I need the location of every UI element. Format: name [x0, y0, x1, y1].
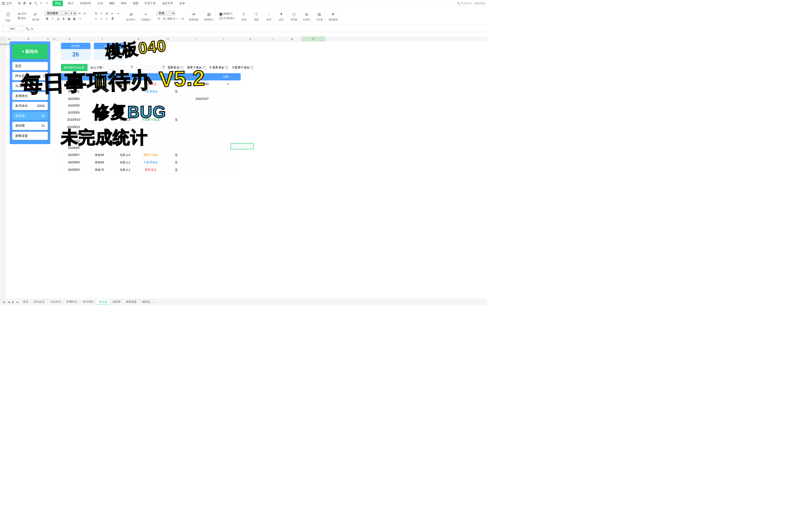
table-row[interactable]: 2023/5/10事项40负责人4不重要不紧急无 [61, 116, 241, 123]
sidebar-item[interactable]: 待办总表1 [12, 72, 48, 80]
preview-icon[interactable]: 🔍 [34, 1, 38, 5]
cell-reference-input[interactable] [2, 26, 23, 31]
col-header[interactable]: F [82, 36, 123, 41]
menu-tab[interactable]: 开发工具 [143, 1, 157, 6]
cond-format-icon[interactable]: ▤ [205, 11, 212, 18]
strike-icon[interactable]: S̶ [61, 16, 66, 21]
rowcol-icon[interactable]: ⊞ [303, 11, 310, 18]
filter-checkbox[interactable]: 重要紧急 [168, 66, 183, 69]
align-bottom-icon[interactable]: ⬇ [104, 11, 109, 16]
sheet-tab[interactable]: 首页 [20, 299, 31, 305]
filter-checkbox[interactable]: 不重要不紧急 [232, 66, 253, 69]
col-header[interactable]: I [182, 36, 209, 41]
decrease-font-icon[interactable]: A⁻ [83, 11, 88, 16]
sheet-tab[interactable]: 本周待办 [64, 299, 80, 305]
table-row[interactable]: 2023/6/7事项68负责人6重要不紧急无 [61, 152, 241, 159]
align-top-icon[interactable]: ⬆ [93, 11, 98, 16]
redo-icon[interactable]: ↷ [45, 1, 49, 5]
dec-dec-icon[interactable]: ←.0 [178, 16, 183, 21]
tab-nav-last-icon[interactable]: ⏭ [16, 300, 20, 303]
merge-icon[interactable]: ⊞ [128, 11, 134, 18]
print-icon[interactable]: 🖶 [28, 1, 32, 5]
italic-icon[interactable]: I [50, 16, 55, 21]
comma-icon[interactable]: 000 [167, 16, 172, 21]
menu-tab[interactable]: 视图 [131, 1, 140, 6]
sidebar-item[interactable]: 本月待办23/31 [12, 102, 48, 110]
cell-style-icon[interactable]: ▢ [219, 16, 222, 20]
type-convert-icon[interactable]: ⇄ [190, 11, 197, 18]
tab-nav-first-icon[interactable]: ⏮ [2, 300, 7, 303]
col-header[interactable]: B [13, 36, 44, 41]
format-painter-icon[interactable]: 🖌 [32, 11, 39, 18]
col-header[interactable]: C [44, 36, 51, 41]
table-row[interactable]: 2023/5/1不重要紧急无 [61, 88, 241, 95]
align-center-icon[interactable]: ≡ [99, 16, 104, 21]
sidebar-item[interactable]: 首页 [12, 62, 48, 70]
col-header[interactable]: G [123, 36, 154, 41]
sync-button[interactable]: 同步至待办总表 [61, 64, 88, 71]
sheet-tab[interactable]: 参数设置 [123, 299, 140, 305]
table-row[interactable]: 2023/5/8 [61, 102, 241, 109]
table-row[interactable]: 2023/6/9事项70负责人1重要紧急无 [61, 167, 241, 174]
sheet-tab[interactable]: 本月待办 [80, 299, 96, 305]
filter-checkbox[interactable]: 不重要紧急 [209, 66, 228, 69]
col-header[interactable]: K [237, 36, 264, 41]
col-header[interactable]: D [51, 36, 57, 41]
filter-checkbox[interactable]: 重要不紧急 [187, 66, 206, 69]
percent-icon[interactable]: % [162, 16, 167, 21]
dec-inc-icon[interactable]: .0→ [173, 16, 178, 21]
col-header[interactable]: E [57, 36, 82, 41]
fx-label[interactable]: fx [31, 27, 33, 31]
table-row[interactable]: 2023/5/23 [61, 138, 241, 145]
col-header[interactable]: H [154, 36, 182, 41]
col-header[interactable]: J [209, 36, 237, 41]
sheet-tab[interactable]: 待办总表 [31, 299, 47, 305]
save-as-icon[interactable]: 🗐 [23, 1, 27, 5]
bold-icon[interactable]: B [45, 16, 50, 21]
tab-nav-prev-icon[interactable]: ◀ [7, 300, 11, 303]
copy-icon[interactable]: ⎘ [18, 16, 20, 20]
sidebar-item[interactable]: 今日待办 [12, 82, 48, 90]
add-sheet-icon[interactable]: + [154, 300, 157, 303]
table-row[interactable]: 2023/5/62022/10/7 [61, 95, 241, 102]
tab-nav-next-icon[interactable]: ▶ [11, 300, 15, 303]
font-size-select[interactable]: 11 [68, 11, 77, 16]
align-right-icon[interactable]: ≡ [104, 16, 109, 21]
col-header[interactable]: N [302, 36, 325, 41]
sheet-content[interactable]: + 新待办 首页待办总表1今日待办本周待办本月待办23/31未完成26未排期11… [6, 42, 487, 299]
increase-font-icon[interactable]: A⁺ [77, 11, 82, 16]
underline-icon[interactable]: U [56, 16, 61, 21]
sidebar-item[interactable]: 参数设置 [12, 132, 48, 140]
wrap-icon[interactable]: ↵ [142, 11, 149, 18]
cell-icon[interactable]: ▢ [290, 11, 297, 18]
col-header[interactable]: L [264, 36, 283, 41]
filter-icon[interactable]: ▽ [253, 11, 260, 18]
undo-icon[interactable]: ↶ [39, 1, 43, 5]
paste-button[interactable]: 📋 [4, 10, 12, 18]
indent-dec-icon[interactable]: ⇤ [110, 11, 115, 16]
menu-tab[interactable]: 开始 [53, 1, 63, 6]
cut-icon[interactable]: ✂ [18, 12, 21, 16]
row-header[interactable]: 14 [1, 41, 4, 48]
freeze-icon[interactable]: ❄ [330, 11, 336, 18]
save-icon[interactable]: 🖫 [17, 1, 21, 5]
table-row[interactable]: 2023/5/9 [61, 109, 241, 116]
sidebar-item[interactable]: 未完成26 [12, 112, 48, 120]
font-name-select[interactable]: 微软雅黑 [45, 11, 68, 16]
border-icon[interactable]: ▦ [67, 16, 72, 21]
currency-icon[interactable]: ¥ [156, 16, 161, 21]
number-format-select[interactable]: 常规 [156, 11, 175, 16]
sheet-tab[interactable]: 未完成 [96, 299, 110, 305]
menu-tab[interactable]: 公式 [96, 1, 104, 6]
sheet-tab[interactable]: 今日待办 [47, 299, 63, 305]
table-row[interactable]: 2023/5/22 [61, 131, 241, 138]
sidebar-item[interactable]: 本周待办 [12, 92, 48, 100]
search-box[interactable]: 🔍 查找命令、搜索模板 [457, 1, 486, 5]
table-style-icon[interactable]: ▦ [219, 12, 222, 16]
date-to-input[interactable] [140, 66, 163, 69]
align-justify-icon[interactable]: ≣ [110, 16, 115, 21]
new-todo-button[interactable]: + 新待办 [12, 44, 48, 59]
sidebar-item[interactable]: 未排期11 [12, 122, 48, 130]
sheet-tab[interactable]: 辅助页 [140, 299, 153, 305]
fill-icon[interactable]: ▼ [278, 11, 284, 18]
